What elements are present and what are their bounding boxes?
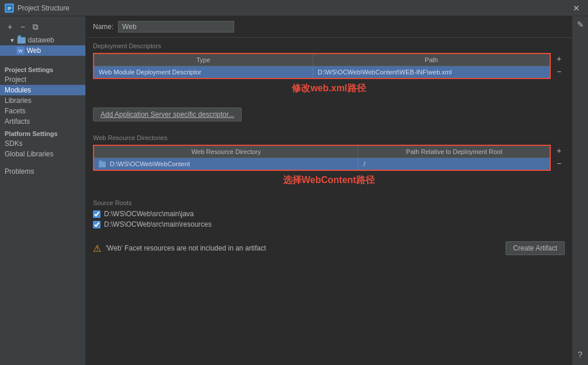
sidebar-item-global-libraries[interactable]: Global Libraries [0, 149, 85, 159]
name-label: Name: [93, 23, 113, 31]
source-root-row-1: D:\WS\OCWeb\src\main\java [93, 210, 565, 218]
title-bar: Project Structure ✕ [0, 0, 588, 16]
sidebar-item-modules-label: Modules [5, 86, 31, 94]
remove-module-button[interactable]: − [17, 22, 28, 32]
add-descriptor-button[interactable]: + [553, 53, 565, 65]
web-resource-table: Web Resource Directory Path Relative to … [93, 145, 551, 171]
sidebar-item-project[interactable]: Project [0, 74, 85, 85]
svg-rect-2 [8, 8, 11, 9]
source-root-row-2: D:\WS\OCWeb\src\main\resources [93, 220, 565, 228]
source-root-label-1: D:\WS\OCWeb\src\main\java [104, 210, 193, 218]
platform-settings-label: Platform Settings [0, 127, 85, 138]
source-roots-title: Source Roots [93, 199, 565, 206]
sidebar-item-problems[interactable]: Problems [0, 166, 85, 177]
sidebar-item-modules[interactable]: Modules [0, 85, 85, 95]
tree-root-item[interactable]: ▼ dataweb [0, 35, 85, 45]
type-cell: Web Module Deployment Descriptor [94, 66, 313, 79]
copy-module-button[interactable]: ⧉ [30, 22, 41, 32]
sidebar-item-facets-label: Facets [5, 107, 26, 115]
tree-child-item[interactable]: W Web [0, 45, 85, 56]
add-descriptor-specific-button[interactable]: Add Application Server specific descript… [93, 108, 242, 121]
source-root-label-2: D:\WS\OCWeb\src\main\resources [104, 220, 211, 228]
annotation-1: 修改web.xml路径 [93, 79, 565, 98]
path-header: Path [313, 53, 550, 66]
folder-icon [17, 37, 26, 44]
source-roots-section: Source Roots D:\WS\OCWeb\src\main\java D… [86, 195, 572, 235]
sidebar-item-artifacts-label: Artifacts [5, 117, 30, 126]
right-toolbar: ✎ ? [572, 16, 588, 365]
web-resource-section: Web Resource Directories Web Resource Di… [86, 130, 572, 195]
source-root-checkbox-2[interactable] [93, 221, 101, 228]
tree-child-label: Web [27, 46, 41, 55]
svg-rect-1 [8, 7, 11, 8]
name-row: Name: [86, 16, 572, 38]
sidebar-toolbar: + − ⧉ [0, 19, 85, 35]
close-button[interactable]: ✕ [569, 2, 583, 14]
sidebar-item-project-label: Project [5, 76, 26, 84]
wr-dir-cell: D:\WS\OCWeb\WebContent [94, 158, 358, 171]
web-icon: W [16, 46, 24, 55]
app-icon [5, 3, 14, 13]
wr-path-cell: / [358, 158, 550, 171]
remove-descriptor-button[interactable]: − [553, 66, 565, 77]
sidebar-item-facets[interactable]: Facets [0, 106, 85, 116]
rt-edit-button[interactable]: ✎ [575, 19, 586, 30]
wr-dir-header: Web Resource Directory [94, 145, 358, 158]
sidebar: + − ⧉ ▼ dataweb W Web Project Settings P… [0, 16, 86, 365]
warning-row: ⚠ 'Web' Facet resources are not included… [86, 238, 572, 259]
wr-dir-value: D:\WS\OCWeb\WebContent [110, 160, 190, 167]
add-wr-button[interactable]: + [553, 145, 565, 156]
web-resource-title: Web Resource Directories [93, 134, 565, 141]
sidebar-item-sdks-label: SDKs [5, 139, 23, 148]
annotation-2: 选择WebContent路径 [93, 171, 565, 190]
project-settings-label: Project Settings [0, 63, 85, 74]
deployment-table: Type Path Web Module Deployment Descript… [93, 53, 551, 79]
sidebar-item-libraries-label: Libraries [5, 96, 31, 105]
wr-table-row[interactable]: D:\WS\OCWeb\WebContent / [94, 158, 550, 171]
warning-icon: ⚠ [93, 243, 101, 254]
wr-folder-icon [99, 162, 106, 167]
deployment-descriptors-title: Deployment Descriptors [93, 42, 565, 49]
name-input[interactable] [118, 21, 234, 33]
add-descriptor-label: Add Application Server specific descript… [101, 110, 234, 119]
wr-path-header: Path Relative to Deployment Root [358, 145, 550, 158]
window-title: Project Structure [17, 4, 566, 12]
sidebar-item-artifacts[interactable]: Artifacts [0, 116, 85, 127]
rt-help-button[interactable]: ? [575, 349, 586, 360]
content-area: Name: Deployment Descriptors Type Path [86, 16, 572, 365]
path-cell: D:\WS\OCWeb\WebContent\WEB-INF\web.xml [313, 66, 550, 79]
source-root-checkbox-1[interactable] [93, 210, 101, 218]
sidebar-item-libraries[interactable]: Libraries [0, 95, 85, 106]
tree-arrow-icon: ▼ [9, 37, 15, 44]
type-header: Type [94, 53, 313, 66]
table-row[interactable]: Web Module Deployment Descriptor D:\WS\O… [94, 66, 550, 79]
create-artifact-button[interactable]: Create Artifact [505, 241, 565, 255]
svg-rect-3 [8, 9, 10, 10]
sidebar-item-problems-label: Problems [5, 167, 34, 176]
tree-root-label: dataweb [28, 36, 54, 44]
sidebar-item-global-libraries-label: Global Libraries [5, 150, 53, 158]
deployment-descriptors-section: Deployment Descriptors Type Path [86, 38, 572, 103]
remove-wr-button[interactable]: − [553, 158, 565, 169]
sidebar-item-sdks[interactable]: SDKs [0, 138, 85, 149]
add-module-button[interactable]: + [5, 22, 15, 32]
warning-text: 'Web' Facet resources are not included i… [106, 244, 501, 252]
